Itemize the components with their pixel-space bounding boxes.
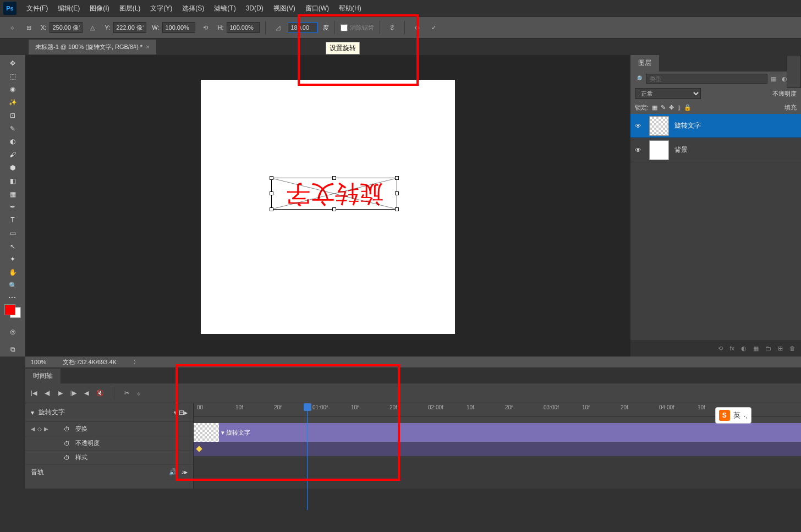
new-layer-icon[interactable]: ⊞ [778, 345, 783, 352]
lock-all-icon[interactable]: 🔒 [684, 104, 692, 111]
visibility-icon[interactable]: 👁 [635, 146, 644, 154]
menu-window[interactable]: 窗口(W) [301, 2, 333, 15]
prop-transform[interactable]: ◀◇▶ ⏱ 变换 [25, 422, 193, 436]
fg-color[interactable] [4, 304, 15, 315]
commit-icon[interactable]: ✓ [427, 21, 440, 34]
direct-tool[interactable]: ✦ [4, 253, 21, 265]
menu-layer[interactable]: 图层(L) [115, 2, 145, 15]
zoom-level[interactable]: 100% [31, 359, 46, 365]
hand-tool[interactable]: ✋ [4, 266, 21, 278]
split-icon[interactable]: ✂ [124, 390, 129, 397]
shape-tool[interactable]: ▭ [4, 227, 21, 239]
gradient-tool[interactable]: ▦ [4, 188, 21, 200]
prop-opacity[interactable]: ⏱ 不透明度 [25, 436, 193, 451]
type-tool[interactable]: T [4, 214, 21, 226]
handle-br[interactable] [395, 207, 399, 211]
lock-trans-icon[interactable]: ▦ [652, 104, 657, 111]
link-icon[interactable]: ⟲ [199, 21, 212, 34]
menu-filter[interactable]: 滤镜(T) [210, 2, 240, 15]
menu-help[interactable]: 帮助(H) [334, 2, 366, 15]
heal-tool[interactable]: ◐ [4, 136, 21, 148]
x-input[interactable] [50, 22, 83, 33]
h-input[interactable] [227, 22, 260, 33]
doc-info-arrow[interactable]: 〉 [133, 358, 139, 366]
work-area-bar[interactable] [194, 416, 801, 423]
lock-pos-icon[interactable]: ✥ [669, 104, 674, 111]
menu-edit[interactable]: 编辑(E) [53, 2, 84, 15]
handle-tc[interactable] [332, 176, 336, 180]
transform-kf-track[interactable] [194, 442, 801, 456]
visibility-icon[interactable]: 👁 [635, 122, 644, 130]
blend-mode-select[interactable]: 正常 [635, 88, 701, 99]
collapsed-panel-strip[interactable] [787, 55, 801, 88]
filter-image-icon[interactable]: ▦ [771, 75, 776, 83]
menu-file[interactable]: 文件(F) [22, 2, 52, 15]
tool-more[interactable]: ••• [9, 295, 17, 300]
track-options-icon[interactable]: ▾ ⊟▸ [174, 409, 188, 416]
angle-input[interactable] [288, 22, 317, 33]
antialias-check[interactable]: 消除锯齿 [341, 24, 374, 32]
handle-tl[interactable] [270, 176, 273, 180]
delta-icon[interactable]: △ [86, 21, 99, 34]
pen-tool[interactable]: ✒ [4, 201, 21, 213]
menu-view[interactable]: 视图(V) [269, 2, 300, 15]
eyedropper-tool[interactable]: ✎ [4, 123, 21, 135]
handle-mr[interactable] [395, 191, 399, 195]
sogou-logo-icon[interactable]: S [719, 410, 730, 421]
handle-bc[interactable] [332, 207, 336, 211]
w-input[interactable] [162, 22, 195, 33]
reference-point-icon[interactable]: ⊞ [22, 21, 35, 34]
transition-icon[interactable]: ⟐ [137, 390, 141, 397]
audio-track-header[interactable]: 音轨 🔊 ♪▸ [25, 465, 193, 479]
timeline-clip[interactable]: ▾ 旋转文字 [194, 423, 801, 442]
ime-punct[interactable]: ·, [744, 412, 748, 420]
transform-box[interactable] [271, 178, 397, 210]
transform-icon[interactable]: ⟐ [6, 21, 19, 34]
lock-paint-icon[interactable]: ✎ [661, 104, 666, 111]
close-icon[interactable]: × [146, 43, 149, 50]
color-swatches[interactable] [4, 304, 21, 318]
style-kf-track[interactable] [194, 470, 801, 485]
handle-bl[interactable] [270, 207, 273, 211]
document-tab[interactable]: 未标题-1 @ 100% (旋转文字, RGB/8#) * × [29, 40, 156, 54]
group-icon[interactable]: 🗀 [765, 345, 771, 352]
stopwatch-icon[interactable]: ⏱ [64, 440, 70, 447]
handle-ml[interactable] [270, 191, 273, 195]
prev-frame-icon[interactable]: ◀| [45, 390, 51, 397]
layer-item-bg[interactable]: 👁 背景 [630, 138, 801, 162]
menu-image[interactable]: 图像(I) [85, 2, 113, 15]
mask-icon[interactable]: ◐ [741, 345, 747, 352]
doc-info[interactable]: 文档:732.4K/693.4K [63, 358, 117, 366]
stopwatch-icon[interactable]: ⏱ [64, 454, 70, 461]
canvas[interactable]: 旋转文字 [201, 80, 455, 334]
stamp-tool[interactable]: ⬢ [4, 162, 21, 174]
menu-select[interactable]: 选择(S) [178, 2, 209, 15]
audio-note-icon[interactable]: ♪▸ [181, 468, 188, 476]
wand-tool[interactable]: ✨ [4, 96, 21, 108]
screenmode-tool[interactable]: ⧉ [4, 342, 21, 357]
next-frame-icon[interactable]: |▶ [70, 390, 76, 397]
first-frame-icon[interactable]: |◀ [31, 390, 37, 397]
marquee-tool[interactable]: ⬚ [4, 70, 21, 83]
keyframe[interactable] [196, 446, 202, 452]
tab-timeline[interactable]: 时间轴 [25, 369, 61, 383]
move-tool[interactable]: ✥ [4, 57, 21, 69]
menu-3d[interactable]: 3D(D) [242, 2, 268, 14]
kf-prev-icon[interactable]: ◀ [31, 426, 35, 432]
cancel-icon[interactable]: ⊘ [410, 21, 424, 34]
chevron-down-icon[interactable]: ▾ [221, 429, 224, 436]
layer-type-filter[interactable] [646, 74, 767, 84]
link-layers-icon[interactable]: ⟲ [718, 345, 723, 352]
warp-icon[interactable]: ☡ [386, 21, 399, 34]
trash-icon[interactable]: 🗑 [789, 345, 795, 352]
quickmask-tool[interactable]: ◎ [4, 325, 21, 339]
ime-lang[interactable]: 英 [733, 410, 740, 420]
lasso-tool[interactable]: ◉ [4, 84, 21, 96]
layer-thumb[interactable] [649, 140, 669, 160]
mute-icon[interactable]: 🔇 [96, 390, 104, 397]
lock-artb-icon[interactable]: ▯ [677, 104, 681, 111]
handle-tr[interactable] [395, 176, 399, 180]
chevron-down-icon[interactable]: ▾ [31, 409, 34, 416]
play-icon[interactable]: ▶ [58, 390, 63, 397]
playhead[interactable] [304, 403, 311, 411]
